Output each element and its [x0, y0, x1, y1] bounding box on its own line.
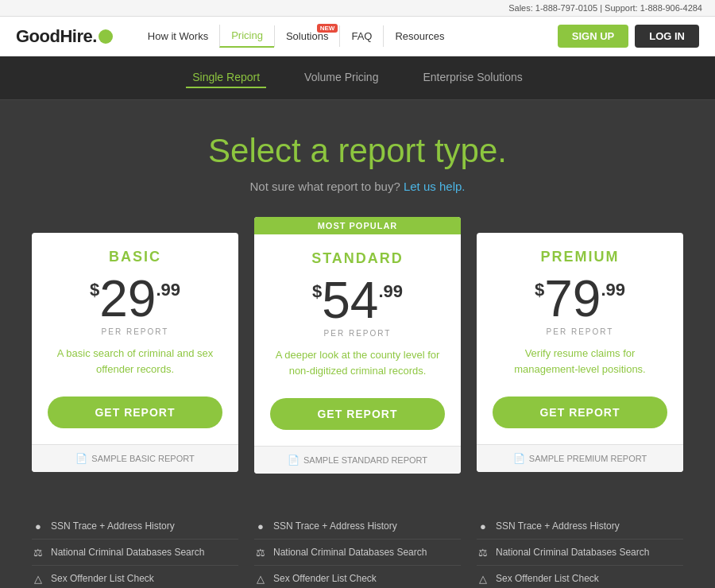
pricing-card-standard: MOST POPULAR STANDARD $ 54 .99 PER REPOR…: [254, 217, 461, 474]
hero-subtitle-text: Not sure what report to buy?: [250, 180, 400, 193]
get-report-button-premium[interactable]: GET REPORT: [493, 397, 667, 428]
feature-icon: ●: [254, 520, 267, 532]
feature-icon: △: [32, 572, 44, 585]
plan-name-basic: BASIC: [48, 249, 222, 265]
feature-label: SSN Trace + Address History: [273, 520, 397, 532]
feature-icon: △: [477, 572, 489, 585]
feature-item: ⚖ National Criminal Databases Search: [32, 540, 238, 566]
feature-icon: ●: [32, 520, 44, 532]
sub-nav-item-enterprise-solutions[interactable]: Enterprise Solutions: [416, 68, 528, 88]
feature-label: Sex Offender List Check: [273, 573, 377, 584]
login-button[interactable]: LOG IN: [635, 25, 699, 48]
doc-icon: 📄: [75, 453, 87, 464]
cards-row: BASIC $ 29 .99 PER REPORT A basic search…: [32, 233, 683, 474]
per-report-label: PER REPORT: [270, 329, 445, 338]
nav-badge-new: NEW: [317, 24, 338, 33]
feature-icon: ⚖: [32, 546, 44, 559]
feature-item: ● SSN Trace + Address History: [32, 513, 238, 540]
sample-report-premium[interactable]: 📄 SAMPLE PREMIUM REPORT: [477, 444, 683, 472]
sample-label: SAMPLE PREMIUM REPORT: [529, 454, 647, 463]
feature-item: △ Sex Offender List Check: [32, 566, 238, 588]
feature-item: △ Sex Offender List Check: [254, 566, 461, 588]
price-dollar: $: [312, 281, 322, 302]
features-col-standard: ● SSN Trace + Address History ⚖ National…: [254, 513, 461, 588]
hero-subtitle: Not sure what report to buy? Let us help…: [16, 180, 699, 193]
features-grid: ● SSN Trace + Address History ⚖ National…: [32, 513, 683, 588]
pricing-section: BASIC $ 29 .99 PER REPORT A basic search…: [0, 217, 715, 505]
hero-help-link[interactable]: Let us help.: [404, 180, 466, 193]
doc-icon: 📄: [288, 455, 300, 466]
pricing-card-basic: BASIC $ 29 .99 PER REPORT A basic search…: [32, 233, 238, 472]
plan-description-standard: A deeper look at the county level for no…: [270, 347, 445, 385]
sub-nav-item-single-report[interactable]: Single Report: [186, 68, 266, 88]
feature-item: ● SSN Trace + Address History: [254, 513, 461, 540]
feature-label: National Criminal Databases Search: [51, 547, 204, 558]
logo-dot: [99, 29, 113, 44]
logo[interactable]: GoodHire.: [16, 26, 113, 47]
hero-section: Select a report type. Not sure what repo…: [0, 100, 715, 217]
features-col-basic: ● SSN Trace + Address History ⚖ National…: [32, 513, 238, 588]
price-cents: .99: [156, 280, 180, 300]
price-dollar: $: [535, 280, 544, 300]
nav-item-resources[interactable]: Resources: [383, 25, 455, 47]
nav-item-faq[interactable]: FAQ: [339, 25, 383, 47]
contact-bar: Sales: 1-888-797-0105 | Support: 1-888-9…: [0, 0, 715, 17]
price-main: 29: [99, 273, 156, 324]
feature-label: SSN Trace + Address History: [496, 520, 620, 532]
per-report-label: PER REPORT: [48, 327, 222, 336]
feature-label: SSN Trace + Address History: [51, 520, 175, 532]
feature-label: Sex Offender List Check: [51, 573, 154, 584]
header: GoodHire. How it WorksPricingSolutionsNE…: [0, 17, 715, 56]
feature-label: National Criminal Databases Search: [496, 547, 649, 558]
price-dollar: $: [90, 280, 99, 300]
pricing-card-premium: PREMIUM $ 79 .99 PER REPORT Verify resum…: [477, 233, 683, 472]
popular-badge: MOST POPULAR: [254, 217, 461, 234]
plan-price-basic: $ 29 .99: [48, 273, 222, 324]
features-col-premium: ● SSN Trace + Address History ⚖ National…: [477, 513, 683, 588]
sample-label: SAMPLE STANDARD REPORT: [303, 455, 427, 465]
per-report-label: PER REPORT: [493, 327, 667, 336]
sub-nav-item-volume-pricing[interactable]: Volume Pricing: [298, 68, 385, 88]
plan-price-standard: $ 54 .99: [270, 275, 445, 326]
sample-report-basic[interactable]: 📄 SAMPLE BASIC REPORT: [32, 444, 238, 472]
feature-icon: △: [254, 572, 267, 585]
sample-report-standard[interactable]: 📄 SAMPLE STANDARD REPORT: [254, 446, 461, 474]
feature-item: ⚖ National Criminal Databases Search: [477, 540, 683, 566]
price-main: 79: [544, 273, 601, 324]
nav-item-how-it-works[interactable]: How it Works: [137, 25, 219, 47]
feature-item: △ Sex Offender List Check: [477, 566, 683, 588]
feature-label: National Criminal Databases Search: [273, 547, 427, 558]
feature-label: Sex Offender List Check: [496, 573, 599, 584]
doc-icon: 📄: [513, 453, 525, 464]
nav-item-pricing[interactable]: Pricing: [219, 25, 274, 48]
sub-nav: Single ReportVolume PricingEnterprise So…: [0, 56, 715, 100]
price-cents: .99: [378, 281, 403, 302]
feature-icon: ⚖: [477, 546, 489, 559]
get-report-button-basic[interactable]: GET REPORT: [48, 397, 222, 428]
nav-item-solutions[interactable]: SolutionsNEW: [274, 25, 339, 47]
feature-icon: ⚖: [254, 546, 267, 559]
features-section: ● SSN Trace + Address History ⚖ National…: [0, 505, 715, 588]
signup-button[interactable]: SIGN UP: [558, 25, 628, 48]
get-report-button-standard[interactable]: GET REPORT: [270, 398, 445, 430]
main-nav: How it WorksPricingSolutionsNEWFAQResour…: [137, 25, 558, 48]
header-buttons: SIGN UP LOG IN: [558, 25, 699, 48]
sample-label: SAMPLE BASIC REPORT: [91, 454, 194, 463]
plan-description-basic: A basic search of criminal and sex offen…: [48, 346, 222, 384]
plan-description-premium: Verify resume claims for management-leve…: [493, 346, 667, 384]
feature-icon: ●: [477, 520, 489, 532]
feature-item: ⚖ National Criminal Databases Search: [254, 540, 461, 566]
price-main: 54: [322, 275, 378, 326]
plan-name-standard: STANDARD: [270, 250, 445, 267]
plan-price-premium: $ 79 .99: [493, 273, 667, 324]
plan-name-premium: PREMIUM: [493, 249, 667, 265]
logo-text: GoodHire.: [16, 26, 97, 47]
hero-title: Select a report type.: [16, 132, 699, 170]
price-cents: .99: [601, 280, 625, 300]
contact-text: Sales: 1-888-797-0105 | Support: 1-888-9…: [508, 3, 702, 13]
feature-item: ● SSN Trace + Address History: [477, 513, 683, 540]
